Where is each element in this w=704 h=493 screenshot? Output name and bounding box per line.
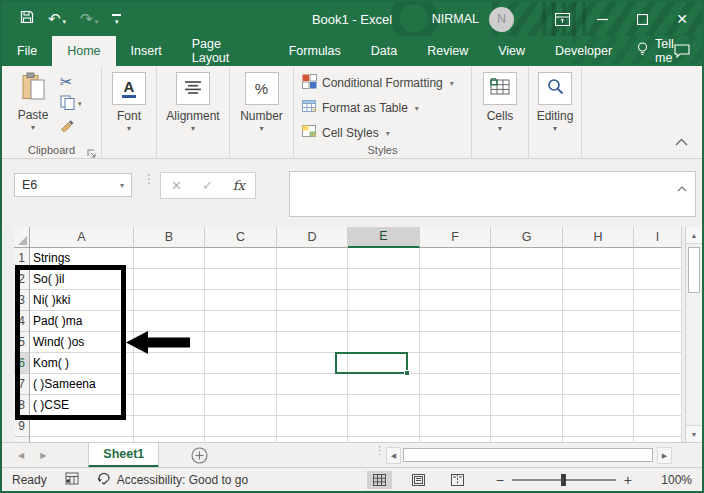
cancel-entry-icon[interactable]: ✕ [171, 178, 182, 193]
tell-me-box[interactable]: Tell me [627, 36, 702, 66]
cell-E7[interactable] [348, 374, 420, 395]
cell-I8[interactable] [634, 395, 682, 416]
zoom-slider[interactable] [512, 479, 616, 481]
undo-button[interactable]: ↶▾ [48, 10, 66, 28]
zoom-out-icon[interactable]: − [488, 472, 512, 488]
select-all-corner[interactable] [14, 227, 30, 248]
cell-D7[interactable] [277, 374, 348, 395]
cell-F7[interactable] [420, 374, 491, 395]
column-header-H[interactable]: H [563, 227, 634, 248]
cell-F6[interactable] [420, 353, 491, 374]
column-header-C[interactable]: C [205, 227, 277, 248]
scroll-up-icon[interactable]: ▲ [686, 227, 702, 244]
cell-I1[interactable] [634, 248, 682, 269]
tab-file[interactable]: File [2, 36, 52, 66]
cell-B1[interactable] [134, 248, 205, 269]
cell-D4[interactable] [277, 311, 348, 332]
sheet-nav-left-icon[interactable]: ◀ [18, 451, 24, 460]
cell-C7[interactable] [205, 374, 277, 395]
cell-G6[interactable] [491, 353, 563, 374]
cell-I2[interactable] [634, 269, 682, 290]
copy-icon[interactable] [60, 95, 75, 114]
cell-I6[interactable] [634, 353, 682, 374]
zoom-level[interactable]: 100% [654, 473, 692, 487]
column-header-I[interactable]: I [634, 227, 682, 248]
cell-E3[interactable] [348, 290, 420, 311]
cell-E4[interactable] [348, 311, 420, 332]
cut-icon[interactable]: ✂ [60, 73, 73, 91]
cell-H3[interactable] [563, 290, 634, 311]
ribbon-display-options-icon[interactable] [542, 2, 582, 36]
scroll-right-icon[interactable]: ▶ [657, 447, 672, 464]
formula-bar-expand-icon[interactable] [677, 178, 687, 196]
cell-F3[interactable] [420, 290, 491, 311]
cell-D5[interactable] [277, 332, 348, 353]
sheet-nav-right-icon[interactable]: ▶ [40, 451, 46, 460]
cell-C5[interactable] [205, 332, 277, 353]
cell-H2[interactable] [563, 269, 634, 290]
cell-B9[interactable] [134, 416, 205, 437]
macro-record-icon[interactable] [65, 472, 79, 488]
sheet-tab-sheet1[interactable]: Sheet1 [88, 443, 159, 468]
cell-E8[interactable] [348, 395, 420, 416]
user-name[interactable]: NIRMAL [432, 12, 479, 26]
cell-E5[interactable] [348, 332, 420, 353]
page-break-view-icon[interactable] [445, 471, 470, 489]
tab-data[interactable]: Data [356, 36, 412, 66]
tab-page-layout[interactable]: Page Layout [177, 36, 274, 66]
cell-F8[interactable] [420, 395, 491, 416]
customize-quick-access-icon[interactable]: ▾ [112, 14, 121, 25]
tab-insert[interactable]: Insert [116, 36, 177, 66]
tab-formulas[interactable]: Formulas [274, 36, 356, 66]
collapse-ribbon-icon[interactable] [675, 132, 688, 150]
cell-C9[interactable] [205, 416, 277, 437]
cell-B4[interactable] [134, 311, 205, 332]
comments-icon[interactable] [674, 36, 690, 66]
maximize-button[interactable] [622, 2, 662, 36]
vertical-scrollbar[interactable]: ▲ ▼ [685, 227, 702, 442]
redo-button[interactable]: ↷▾ [80, 10, 98, 28]
cell-G8[interactable] [491, 395, 563, 416]
cell-B2[interactable] [134, 269, 205, 290]
cell-G1[interactable] [491, 248, 563, 269]
cell-H1[interactable] [563, 248, 634, 269]
horizontal-scrollbar[interactable]: ◀ ▶ [386, 447, 672, 464]
cell-H4[interactable] [563, 311, 634, 332]
cell-I4[interactable] [634, 311, 682, 332]
column-header-F[interactable]: F [420, 227, 491, 248]
cell-D3[interactable] [277, 290, 348, 311]
enter-entry-icon[interactable]: ✓ [202, 178, 213, 193]
accessibility-status[interactable]: Accessibility: Good to go [97, 471, 248, 488]
cell-D8[interactable] [277, 395, 348, 416]
tab-review[interactable]: Review [412, 36, 483, 66]
cell-E9[interactable] [348, 416, 420, 437]
cell-C4[interactable] [205, 311, 277, 332]
format-as-table-button[interactable]: Format as Table▾ [302, 99, 419, 117]
cell-G3[interactable] [491, 290, 563, 311]
scroll-left-icon[interactable]: ◀ [386, 447, 401, 464]
cell-C8[interactable] [205, 395, 277, 416]
cell-G2[interactable] [491, 269, 563, 290]
cell-C3[interactable] [205, 290, 277, 311]
cell-C1[interactable] [205, 248, 277, 269]
cell-H9[interactable] [563, 416, 634, 437]
normal-view-icon[interactable] [367, 471, 392, 489]
cell-G7[interactable] [491, 374, 563, 395]
cell-D1[interactable] [277, 248, 348, 269]
cell-B8[interactable] [134, 395, 205, 416]
cell-D9[interactable] [277, 416, 348, 437]
cell-E2[interactable] [348, 269, 420, 290]
page-layout-view-icon[interactable] [406, 471, 431, 489]
cell-B3[interactable] [134, 290, 205, 311]
cell-F1[interactable] [420, 248, 491, 269]
zoom-in-icon[interactable]: + [616, 472, 640, 488]
tab-home[interactable]: Home [52, 36, 115, 66]
save-icon[interactable] [20, 10, 34, 28]
cell-styles-button[interactable]: Cell Styles▾ [302, 124, 390, 142]
horizontal-scrollbar-thumb[interactable] [403, 448, 653, 462]
name-box-caret[interactable]: ▾ [120, 181, 131, 190]
cell-G5[interactable] [491, 332, 563, 353]
cell-C2[interactable] [205, 269, 277, 290]
name-box[interactable]: E6 ▾ [14, 173, 132, 197]
cell-G9[interactable] [491, 416, 563, 437]
